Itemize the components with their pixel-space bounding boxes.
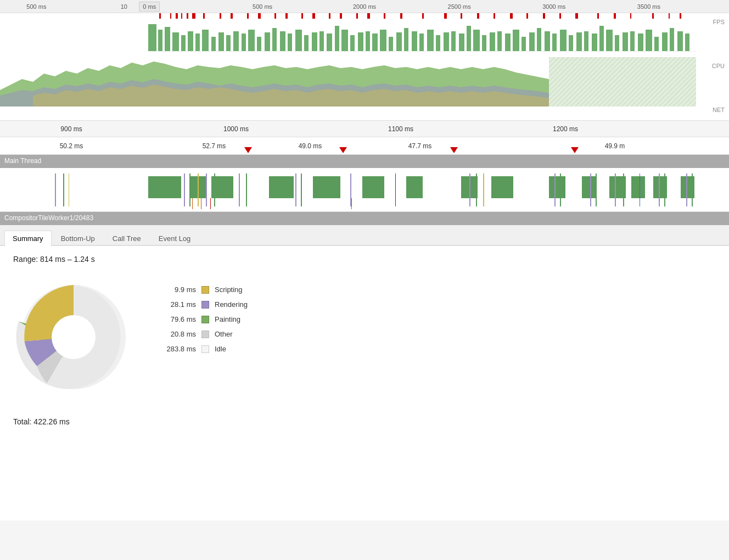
mark (554, 173, 556, 206)
svg-rect-15 (265, 32, 270, 52)
flame-block (491, 176, 513, 198)
mark (615, 173, 616, 206)
svg-rect-59 (606, 30, 613, 52)
idle-value: 283.8 ms (160, 345, 196, 353)
svg-rect-23 (327, 33, 332, 52)
svg-rect-5 (188, 31, 193, 52)
tab-event-log[interactable]: Event Log (150, 231, 199, 246)
svg-rect-54 (569, 35, 573, 52)
tab-summary[interactable]: Summary (4, 231, 52, 246)
svg-rect-47 (513, 30, 519, 52)
main-thread-header: Main Thread (0, 155, 729, 168)
svg-rect-12 (242, 33, 246, 52)
range-text: Range: 814 ms – 1.24 s (13, 255, 716, 264)
tick-1100ms: 1100 ms (388, 125, 413, 133)
flame-block (631, 176, 645, 198)
main-thread-track (0, 168, 729, 212)
mark (239, 173, 240, 206)
tick-1200ms: 1200 ms (553, 125, 578, 133)
pie-svg (13, 277, 134, 397)
svg-rect-58 (599, 26, 604, 52)
mark (301, 173, 302, 206)
cpu-chart (0, 57, 696, 107)
legend-scripting: 9.9 ms Scripting (160, 285, 248, 294)
net-label: NET (713, 107, 725, 113)
tick-3500ms: 3500 ms (637, 3, 660, 10)
svg-rect-19 (295, 30, 302, 52)
svg-rect-63 (638, 33, 643, 52)
svg-rect-67 (670, 28, 674, 52)
chart-area: 9.9 ms Scripting 28.1 ms Rendering 79.6 … (13, 277, 716, 397)
svg-rect-31 (389, 37, 393, 52)
svg-rect-49 (529, 32, 535, 52)
tick-500ms: 500 ms (26, 3, 46, 10)
svg-rect-38 (444, 32, 449, 52)
tick-3000ms: 3000 ms (542, 3, 565, 10)
mark (664, 173, 665, 206)
svg-rect-41 (467, 26, 471, 52)
svg-rect-57 (592, 33, 597, 52)
svg-rect-46 (505, 33, 511, 52)
svg-rect-24 (335, 26, 339, 52)
svg-rect-32 (396, 32, 402, 52)
mark (206, 173, 207, 206)
svg-rect-13 (248, 30, 255, 52)
svg-rect-27 (358, 32, 363, 52)
tab-call-tree[interactable]: Call Tree (104, 231, 149, 246)
tick-900ms: 900 ms (60, 125, 82, 133)
mark (469, 173, 470, 206)
svg-rect-36 (427, 30, 434, 52)
svg-rect-60 (615, 35, 619, 52)
svg-rect-65 (654, 37, 659, 52)
mark (295, 173, 296, 206)
mark (659, 173, 660, 206)
svg-rect-10 (226, 35, 231, 52)
mark (189, 173, 190, 206)
svg-rect-66 (662, 32, 668, 52)
other-label: Other (215, 330, 233, 338)
fps-chart (148, 21, 696, 52)
tab-bottom-up[interactable]: Bottom-Up (53, 231, 103, 246)
mark (590, 173, 591, 206)
tab-bar: Summary Bottom-Up Call Tree Event Log (0, 225, 729, 246)
flame-block (313, 176, 340, 198)
svg-rect-40 (459, 33, 464, 52)
painting-swatch (201, 316, 209, 323)
mark (596, 173, 597, 206)
mark (246, 173, 247, 206)
scripting-value: 9.9 ms (160, 285, 196, 294)
mark (184, 173, 185, 206)
frame-477ms: 47.7 ms (408, 142, 432, 150)
tick-500ms-2: 500 ms (253, 3, 272, 10)
frame-timing-row: 50.2 ms 52.7 ms 49.0 ms 47.7 ms 49.9 m (0, 137, 729, 155)
svg-rect-68 (677, 31, 683, 52)
mark-orange (201, 198, 201, 209)
tick-2000ms: 2000 ms (353, 3, 376, 10)
legend-other: 20.8 ms Other (160, 330, 248, 338)
jank-triangle-4 (571, 147, 579, 153)
legend-painting: 79.6 ms Painting (160, 315, 248, 323)
svg-point-74 (52, 315, 96, 359)
rendering-swatch (201, 301, 209, 309)
tick-0ms: 0 ms (139, 2, 160, 12)
svg-rect-18 (288, 33, 292, 52)
mark (686, 173, 687, 206)
scripting-swatch (201, 286, 209, 294)
svg-rect-44 (490, 32, 495, 52)
flame-block (406, 176, 423, 198)
jank-triangle-2 (339, 147, 347, 153)
fps-label: FPS (713, 19, 725, 25)
svg-rect-43 (482, 35, 486, 52)
svg-rect-30 (380, 30, 386, 52)
svg-rect-53 (560, 30, 567, 52)
svg-rect-56 (584, 31, 588, 52)
frame-50ms: 50.2 ms (60, 142, 83, 150)
svg-rect-0 (148, 24, 156, 52)
svg-rect-7 (202, 30, 209, 52)
svg-rect-39 (451, 31, 456, 52)
zoomed-ruler: 900 ms 1000 ms 1100 ms 1200 ms (0, 121, 729, 137)
flame-block (362, 176, 384, 198)
svg-rect-1 (158, 30, 162, 52)
svg-rect-28 (366, 31, 370, 52)
flame-block (269, 176, 294, 198)
